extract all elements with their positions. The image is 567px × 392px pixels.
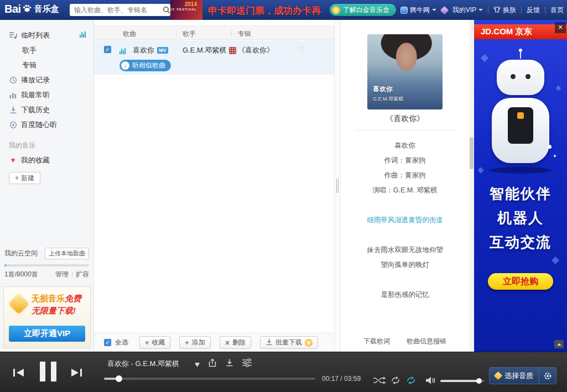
select-all-checkbox[interactable]: ✓ xyxy=(104,339,111,346)
table-row[interactable]: ✓ 喜欢你 MV G.E.M.邓紫棋 《喜欢你》 ♡ xyxy=(94,43,334,56)
lyric-line xyxy=(341,228,469,243)
jd-ad-panel[interactable]: JD.COM 京东 × 智能伙伴 机器人 xyxy=(474,20,567,352)
buy-now-button[interactable]: 立即抢购 xyxy=(488,273,553,290)
shuffle-icon[interactable] xyxy=(373,377,386,386)
favorite-heart-icon[interactable]: ♥ xyxy=(195,359,200,369)
baidu-music-logo[interactable]: Bai 音乐盒 xyxy=(4,3,59,15)
now-playing-title[interactable]: 喜欢你 - G.E.M.邓紫棋 xyxy=(107,359,179,369)
topbar-ad-text[interactable]: 申卡即送门票，成功办卡再 xyxy=(208,4,321,17)
lyric-line: 演唱：G.E.M. 邓紫棋 xyxy=(341,183,469,198)
pause-button[interactable] xyxy=(40,362,56,381)
feedback-link[interactable]: 反馈 xyxy=(527,6,540,15)
sidebar-item-albums[interactable]: 专辑 xyxy=(0,58,93,72)
upload-local-songs-button[interactable]: 上传本地歌曲 xyxy=(45,248,89,259)
quality-button[interactable]: 选择音质 xyxy=(490,371,539,381)
listen-similar-button[interactable]: ♪ 听相似歌曲 xyxy=(119,60,171,71)
previous-track-button[interactable] xyxy=(13,368,24,379)
platinum-music-button[interactable]: V 了解白金音乐盒 xyxy=(330,4,396,16)
shirt-icon xyxy=(493,6,501,14)
sidebar-item-download-history[interactable]: 下载历史 xyxy=(0,102,93,117)
expand-link[interactable]: 扩容 xyxy=(76,270,89,279)
scroll-top-button[interactable] xyxy=(554,340,564,348)
most-played-icon xyxy=(9,91,17,98)
song-artist[interactable]: G.E.M.邓紫棋 xyxy=(183,45,226,55)
report-error-link[interactable]: 歌曲信息报错 xyxy=(407,337,446,346)
cloud-progress-fill xyxy=(4,264,6,266)
jd-brand-bar: JD.COM 京东 xyxy=(474,24,567,39)
splitter-grip-icon[interactable] xyxy=(336,179,339,193)
artist-badge-icon xyxy=(229,47,236,54)
share-icon[interactable] xyxy=(208,358,217,369)
next-track-button[interactable] xyxy=(71,368,82,379)
search-input[interactable] xyxy=(70,6,162,14)
volume-icon[interactable] xyxy=(426,377,436,386)
my-vip-link[interactable]: 我的VIP xyxy=(452,6,483,15)
open-vip-button[interactable]: 立即开通VIP xyxy=(9,326,85,342)
mv-badge[interactable]: MV xyxy=(157,47,168,54)
listen-similar-label: 听相似歌曲 xyxy=(132,61,165,70)
plus-icon: + xyxy=(185,338,189,347)
heart-icon: ♥ xyxy=(145,339,149,347)
manage-link[interactable]: 管理 xyxy=(55,270,69,279)
sidebar-item-play-history[interactable]: 播放记录 xyxy=(0,72,93,87)
volume-handle[interactable] xyxy=(476,378,482,384)
festival-banner[interactable]: 2014 MUSIC FESTIVAL xyxy=(170,0,202,20)
quality-label: 选择音质 xyxy=(504,371,533,381)
sidebar-item-artists[interactable]: 歌手 xyxy=(0,43,93,58)
detail-scrollbar[interactable] xyxy=(469,20,474,352)
progress-handle[interactable] xyxy=(116,375,122,382)
sidebar-item-favorites[interactable]: ♥ 我的收藏 xyxy=(0,153,93,168)
playback-progress-bar[interactable] xyxy=(104,378,315,380)
plus-icon: + xyxy=(15,174,19,182)
baidu-paw-icon xyxy=(22,3,32,15)
favorite-button[interactable]: ♥ 收藏 xyxy=(139,336,170,349)
pane-splitter[interactable] xyxy=(334,20,341,352)
history-icon xyxy=(9,76,17,84)
favorite-heart-icon[interactable]: ♡ xyxy=(298,45,305,54)
lyric-line: 作曲：黄家驹 xyxy=(341,168,469,183)
vip-promo-box[interactable]: 无损音乐免费 无限量下载! 立即开通VIP xyxy=(3,286,91,348)
column-divider xyxy=(176,29,176,37)
sidebar-item-most-played[interactable]: 我最常听 xyxy=(0,87,93,102)
radio-icon xyxy=(9,121,17,129)
new-playlist-button[interactable]: + 新建 xyxy=(9,172,40,184)
lyric-line: 抹去雨水双眼无故地仰望 xyxy=(341,243,469,258)
repeat-icon-active[interactable] xyxy=(406,377,416,386)
vip-gem-icon[interactable] xyxy=(440,6,449,14)
scrollbar-handle[interactable] xyxy=(470,137,474,169)
row-checkbox[interactable]: ✓ xyxy=(104,46,111,53)
promo-line1: 无损音乐免费 xyxy=(32,294,81,304)
loop-icon[interactable] xyxy=(391,377,400,386)
ad-line: 机器人 xyxy=(474,206,567,230)
site-link[interactable]: 腾牛网 xyxy=(400,6,436,15)
download-icon[interactable] xyxy=(225,358,234,369)
download-lyrics-link[interactable]: 下载歌词 xyxy=(363,337,390,346)
album-cover[interactable]: 喜欢你 G.E.M.邓紫棋 xyxy=(367,34,443,109)
column-artist[interactable]: 歌手 xyxy=(183,29,196,39)
delete-button[interactable]: × 删除 xyxy=(220,336,251,349)
song-album[interactable]: 《喜欢你》 xyxy=(238,45,274,55)
column-song[interactable]: 歌曲 xyxy=(123,29,136,39)
skin-link[interactable]: 换肤 xyxy=(493,6,516,15)
song-list-pane: 歌曲 歌手 专辑 ✓ 喜欢你 MV G.E.M.邓紫棋 xyxy=(94,20,334,352)
gear-icon[interactable] xyxy=(539,368,556,384)
chevron-down-icon xyxy=(478,9,483,13)
divider xyxy=(72,271,72,278)
platinum-music-label: 了解白金音乐盒 xyxy=(343,6,389,15)
sidebar-item-radio[interactable]: 百度随心听 xyxy=(0,117,93,132)
robot-image xyxy=(490,49,552,174)
lyric-line: 望向孤单的晚灯 xyxy=(341,258,469,273)
cover-title-text: 喜欢你 xyxy=(373,85,393,94)
cloud-space-panel: 我的云空间 上传本地歌曲 1首/8000首 管理 扩容 xyxy=(0,248,93,279)
column-album[interactable]: 专辑 xyxy=(238,29,251,39)
add-button[interactable]: + 添加 xyxy=(179,336,211,349)
select-all-label[interactable]: 全选 xyxy=(115,338,128,347)
volume-slider[interactable] xyxy=(440,380,485,382)
search-icon[interactable] xyxy=(162,4,170,16)
sidebar-item-temp-list[interactable]: 临时列表 xyxy=(0,28,93,43)
song-title[interactable]: 喜欢你 xyxy=(133,45,154,55)
home-link[interactable]: 首页 xyxy=(550,6,564,15)
batch-download-button[interactable]: 批量下载 V xyxy=(260,336,318,349)
equalizer-settings-icon[interactable] xyxy=(242,358,252,369)
close-icon[interactable]: × xyxy=(555,22,566,33)
